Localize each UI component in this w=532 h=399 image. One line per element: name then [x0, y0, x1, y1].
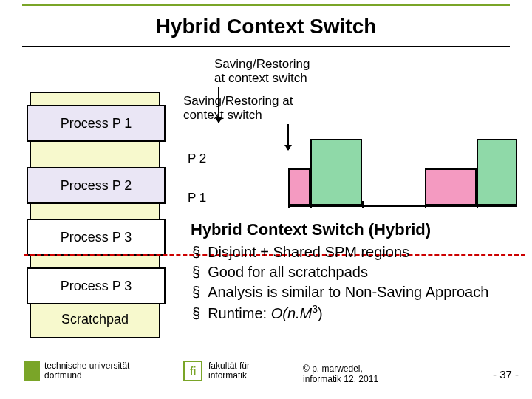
- fi-logo-block: fi fakultät fürinformatik: [183, 361, 250, 381]
- bar-p1: [288, 168, 310, 205]
- annotation-2: Saving/Restoring at context switch: [183, 95, 293, 122]
- fi-logo-icon: fi: [183, 361, 202, 381]
- tick: [425, 201, 426, 208]
- tu-logo-icon: [24, 361, 40, 381]
- scratchpad-label: Scratchpad: [31, 312, 159, 327]
- tick: [477, 201, 478, 208]
- bullet-4: Runtime: O(n.M3): [207, 302, 516, 324]
- desc-heading: Hybrid Context Switch (Hybrid): [191, 220, 516, 239]
- row-label-p1: P 1: [188, 191, 206, 205]
- footer: technische universitätdortmund fi fakult…: [0, 359, 532, 393]
- top-rule: [22, 4, 510, 6]
- bar-p2: [310, 139, 362, 205]
- bar-p1: [425, 168, 477, 205]
- timeline-chart: P 2 P 1: [288, 89, 517, 207]
- bullet-2: Good for all scratchpads: [207, 262, 516, 282]
- description-block: Hybrid Context Switch (Hybrid) Disjoint …: [191, 220, 516, 324]
- tu-text: technische universitätdortmund: [44, 361, 129, 381]
- annotation-1: Saving/Restoring at context switch: [214, 58, 310, 85]
- page-title: Hybrid Context Switch: [0, 15, 532, 38]
- tick: [310, 201, 312, 208]
- scratchpad-diagram: Process P 1 Process P 2 Process P 3 Proc…: [30, 92, 160, 338]
- fi-text: fakultät fürinformatik: [208, 361, 250, 381]
- process-box-p3a: Process P 3: [27, 219, 166, 256]
- timeline-baseline: [288, 205, 517, 207]
- row-label-p2: P 2: [188, 151, 206, 166]
- page-number: - 37 -: [493, 368, 519, 381]
- bullet-1: Disjoint + Shared SPM regions: [207, 242, 516, 262]
- bullet-3: Analysis is similar to Non-Saving Approa…: [207, 282, 516, 302]
- process-box-p3b: Process P 3: [27, 267, 166, 304]
- copyright: © p. marwedel,informatik 12, 2011: [303, 364, 378, 385]
- process-box-p1: Process P 1: [27, 105, 166, 142]
- tick: [362, 201, 364, 208]
- tick: [288, 201, 290, 208]
- bar-p2: [477, 139, 517, 205]
- process-box-p2: Process P 2: [27, 167, 166, 204]
- tu-logo-block: technische universitätdortmund: [24, 361, 129, 381]
- header-rule: [22, 46, 510, 47]
